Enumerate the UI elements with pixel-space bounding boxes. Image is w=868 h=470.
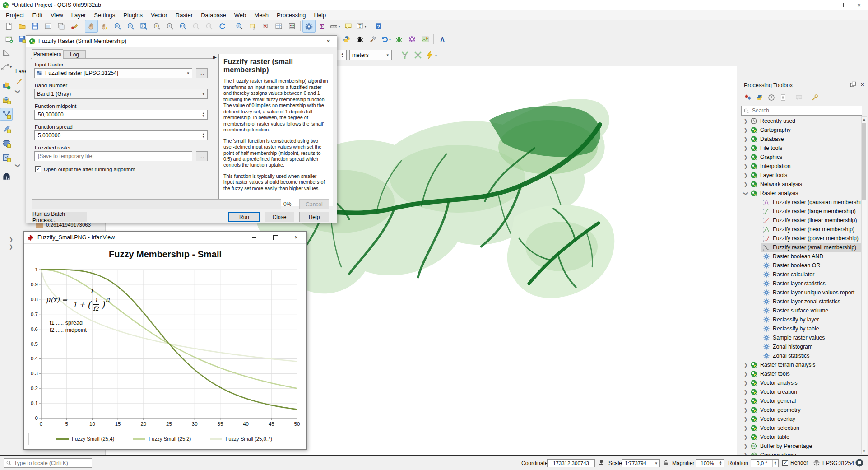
chevron-right-icon[interactable]: ❯ [743,434,748,440]
plugin-bug-icon[interactable] [392,33,405,46]
zoom-full-icon[interactable] [137,20,150,33]
toolbox-tree-item[interactable]: ❯Raster analysis [740,189,861,198]
processing-toolbox-icon[interactable] [302,20,316,33]
input-raster-dropdown[interactable]: Fuzzified raster [EPSG:31254]▾ [34,68,192,78]
text-annotation-icon[interactable]: T▾ [355,20,368,33]
measure-icon[interactable]: ▾ [329,20,342,33]
chevron-right-icon[interactable]: ❯ [743,371,748,377]
snap-vertex-icon[interactable] [398,49,411,61]
toolbox-tree-item[interactable]: ❯%Buffer by Percentage [740,442,861,451]
toolbox-search-input[interactable] [751,107,862,114]
locator-input[interactable] [13,460,92,467]
feather-style-icon[interactable] [0,122,13,135]
chevron-right-icon[interactable]: ❯ [743,118,748,124]
menu-database[interactable]: Database [197,11,230,19]
history-icon[interactable] [766,92,777,103]
vector-toolbox-icon[interactable] [0,108,13,121]
quickmap-services-icon[interactable] [418,33,432,46]
viewer-minimize-button[interactable] [246,232,262,243]
toolbox-tree-item[interactable]: Raster calculator [740,270,861,279]
layout-manager-icon[interactable] [55,20,68,33]
cancel-button[interactable]: Cancel [299,199,329,209]
scroll-down-icon[interactable]: ▼ [862,449,867,453]
chevron-right-icon[interactable]: ❯ [743,181,748,187]
chevron-right-icon[interactable]: ❯ [743,145,748,151]
run-as-batch-button[interactable]: Run as Batch Process... [32,212,87,222]
toolbox-tree-item[interactable]: 10Fuzzify raster (power membership) [740,234,861,243]
input-raster-browse-button[interactable]: … [196,68,208,78]
toolbox-tree-item[interactable]: Raster layer unique values report [740,288,861,297]
toolbox-tree-item[interactable]: ❯Vector analysis [740,378,861,387]
chevron-right-icon[interactable]: ❯ [743,443,748,449]
lambda-plugin-icon[interactable]: Λ [436,33,449,46]
plugin-gear-icon[interactable] [405,33,418,46]
toolbox-tree-item[interactable]: Raster surface volume [740,306,861,315]
float-panel-icon[interactable] [850,81,856,88]
dropdown-arrow-icon[interactable]: ▾ [364,24,366,28]
statistics-sigma-icon[interactable]: Σ [316,20,329,33]
extents-icon[interactable] [598,459,605,466]
toolbox-tree-item[interactable]: ❯Vector selection [740,423,861,433]
processing-chip-icon[interactable] [0,137,13,149]
snap-tracing-icon[interactable]: ▾ [424,49,437,61]
toolbox-tree-item[interactable]: 10Fuzzify raster (small membership) [740,243,861,252]
toolbox-tree-item[interactable]: ❯Raster tools [740,369,861,378]
style-brush-icon[interactable] [15,78,23,85]
zoom-in-icon[interactable] [111,20,124,33]
toolbox-tree-item[interactable]: 10Fuzzify raster (near membership) [740,225,861,234]
toolbox-tree-item[interactable]: ❯Recently used [740,116,861,126]
layer-expand-chevron-icon[interactable]: ❯ [15,163,21,168]
debug-bug-icon[interactable] [353,33,366,46]
toolbox-tree-item[interactable]: 10Fuzzify raster (large membership) [740,207,861,216]
lock-scale-icon[interactable] [662,459,669,466]
dropdown-arrow-icon[interactable]: ▾ [10,65,12,69]
rotation-stepper[interactable]: 0,0 °▲▼ [751,459,779,467]
toolbox-tree-item[interactable]: 10Fuzzify raster (linear membership) [740,216,861,225]
scale-dropdown[interactable]: 1:773794▾ [622,459,660,467]
chevron-right-icon[interactable]: ❯ [743,389,748,395]
zoom-next-icon[interactable] [203,20,216,33]
new-map-view-icon[interactable] [2,33,15,46]
zoom-to-selection-icon[interactable] [150,20,163,33]
chevron-right-icon[interactable]: ❯ [743,407,748,413]
minimize-button[interactable] [814,0,832,10]
chevron-right-icon[interactable]: ❯ [743,416,748,422]
menu-plugins[interactable]: Plugins [119,11,147,19]
crs-globe-icon[interactable] [813,459,820,466]
menu-processing[interactable]: Processing [273,11,310,19]
pan-to-selection-icon[interactable] [98,20,111,33]
toolbox-tree-item[interactable]: Zonal histogram [740,342,861,351]
toolbox-scrollbar[interactable]: ▲ ▼ [861,116,867,454]
band-number-dropdown[interactable]: Band 1 (Gray)▾ [34,89,208,99]
function-spread-input[interactable]: ▲▼ [34,130,208,140]
style-manager-icon[interactable] [68,20,81,33]
stepper-arrows-icon[interactable]: ▲▼ [200,111,207,119]
map-tips-icon[interactable] [342,20,355,33]
toolbox-tree-item[interactable]: Raster boolean OR [740,261,861,270]
python-scripts-icon[interactable] [754,92,766,103]
output-file-input[interactable] [34,151,192,161]
dialog-close-icon[interactable]: × [321,36,335,47]
scrollbar-thumb[interactable] [862,123,866,200]
build-tools-icon[interactable] [366,33,379,46]
vector-box-icon[interactable] [0,151,13,164]
field-calculator-icon[interactable] [285,20,298,33]
viewer-maximize-button[interactable] [268,232,283,243]
toolbox-tree-item[interactable]: ❯Vector overlay [740,414,861,423]
chevron-right-icon[interactable]: ❯ [743,154,748,160]
toolbox-search-box[interactable] [741,106,862,116]
new-project-icon[interactable] [2,20,15,33]
menu-web[interactable]: Web [230,11,251,19]
toolbox-tree-item[interactable]: ❯Vector general [740,396,861,405]
toolbox-tree-item[interactable]: ❯Vector geometry [740,405,861,414]
help-contents-icon[interactable]: ? [372,20,385,33]
chevron-right-icon[interactable]: ❯ [743,163,748,169]
dropdown-arrow-icon[interactable]: ▾ [389,37,391,42]
toolbox-tree-item[interactable]: ❯Cartography [740,126,861,135]
model-designer-icon[interactable] [742,92,754,103]
toolbox-tree-item[interactable]: ❯Network analysis [740,180,861,189]
render-checkbox[interactable]: ✓ [782,460,788,466]
tab-parameters[interactable]: Parameters [32,49,63,59]
options-wrench-icon[interactable] [809,92,821,103]
scroll-up-icon[interactable]: ▲ [862,117,867,121]
